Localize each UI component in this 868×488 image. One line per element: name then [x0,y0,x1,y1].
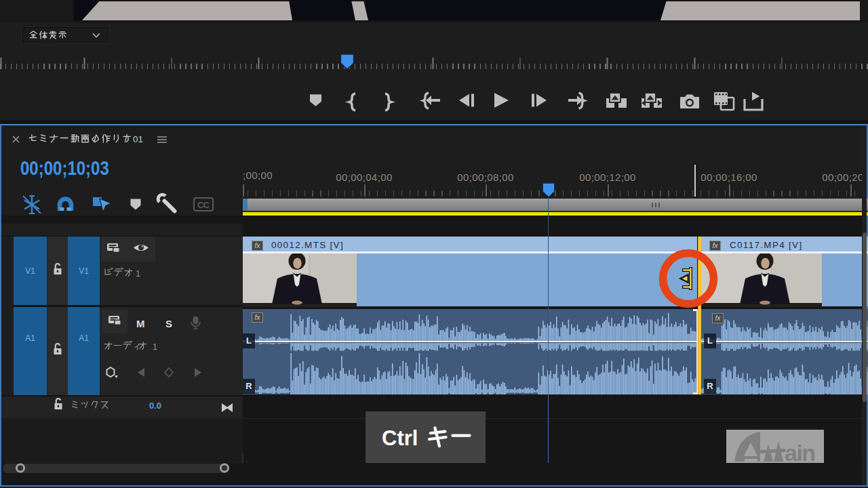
svg-text:ain: ain [785,440,815,466]
